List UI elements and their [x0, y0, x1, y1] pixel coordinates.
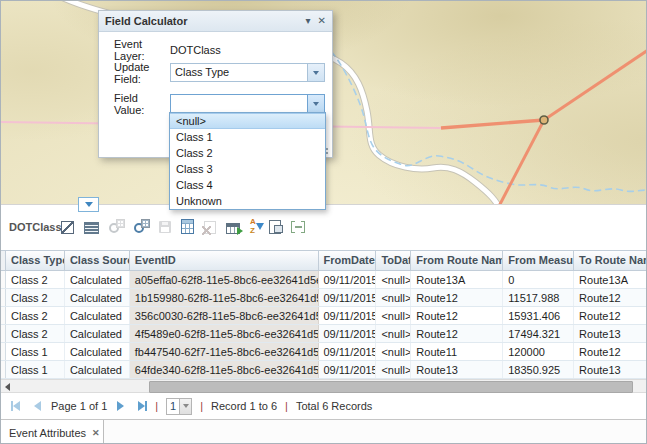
record-range-label: Record 1 to 6: [211, 400, 277, 412]
separator: |: [285, 400, 288, 412]
route-line-east: [544, 50, 647, 120]
save-edits-icon: [159, 221, 171, 233]
table-cell: 09/11/2015: [319, 307, 377, 324]
table-cell: 09/11/2015: [319, 325, 377, 342]
field-value-current: [171, 95, 307, 112]
route-line-south: [498, 120, 544, 204]
update-field-combobox[interactable]: Class Type: [170, 63, 325, 82]
sort-a-glyph: A: [250, 218, 256, 226]
table-cell: fb447540-62f7-11e5-8bc6-ee32641d5ec9: [130, 343, 319, 360]
dialog-title: Field Calculator: [105, 15, 299, 27]
table-row[interactable]: Class 1Calculated64fde340-62f8-11e5-8bc6…: [1, 361, 647, 379]
update-field-dropdown-button[interactable]: [307, 64, 324, 81]
dropdown-option[interactable]: Class 1: [170, 129, 325, 145]
table-cell: 09/11/2015: [319, 271, 377, 288]
page-number-dropdown-button[interactable]: [179, 399, 191, 414]
field-value-dropdown: <null>Class 1Class 2Class 3Class 4Unknow…: [169, 112, 326, 210]
table-cell: 09/11/2015: [319, 361, 377, 378]
column-header-to-route-name[interactable]: To Route Name: [574, 251, 647, 270]
table-cell: Calculated: [65, 289, 130, 306]
column-header-class-source[interactable]: Class Source: [65, 251, 130, 270]
table-row[interactable]: Class 2Calculated4f5489e0-62f8-11e5-8bc6…: [1, 325, 647, 343]
table-cell: <null>: [376, 325, 411, 342]
center-on-selection-icon[interactable]: [291, 219, 306, 234]
table-cell: Class 2: [6, 325, 65, 342]
dialog-titlebar[interactable]: Field Calculator ▾ ✕: [99, 11, 332, 32]
scrollbar-thumb[interactable]: [149, 381, 633, 393]
field-calculator-icon[interactable]: [181, 219, 194, 234]
table-cell: 09/11/2015: [319, 343, 377, 360]
table-cell: Class 2: [6, 271, 65, 288]
dropdown-option[interactable]: Class 2: [170, 145, 325, 161]
first-page-button[interactable]: [11, 401, 20, 411]
table-cell: 64fde340-62f8-11e5-8bc6-ee32641d5ec9: [130, 361, 319, 378]
table-cell: 15931.406: [503, 307, 574, 324]
total-records-label: Total 6 Records: [296, 400, 372, 412]
route-junction-marker[interactable]: [540, 116, 548, 124]
column-header-fromdate[interactable]: FromDate: [319, 251, 377, 270]
table-cell: Class 1: [6, 343, 65, 360]
table-cell: a05effa0-62f8-11e5-8bc6-ee32641d5ec9: [130, 271, 319, 288]
show-selected-records-icon[interactable]: [84, 222, 99, 234]
chevron-down-icon: [183, 404, 189, 408]
horizontal-scrollbar[interactable]: [1, 379, 647, 393]
page-number-combobox[interactable]: 1: [166, 398, 192, 415]
table-cell: Class 1: [6, 361, 65, 378]
tab-event-attributes[interactable]: Event Attributes ✕: [1, 420, 104, 444]
table-cell: 1b159980-62f8-11e5-8bc6-ee32641d5ec9: [130, 289, 319, 306]
last-page-button[interactable]: [138, 401, 147, 411]
dropdown-option[interactable]: Class 4: [170, 177, 325, 193]
field-value-dropdown-button[interactable]: [307, 95, 324, 112]
bottom-tabbar: Event Attributes ✕: [1, 419, 647, 444]
separator: |: [200, 400, 203, 412]
table-row[interactable]: Class 2Calculated356c0030-62f8-11e5-8bc6…: [1, 307, 647, 325]
table-row[interactable]: Class 2Calculated1b159980-62f8-11e5-8bc6…: [1, 289, 647, 307]
table-cell: Class 2: [6, 289, 65, 306]
column-header-todate[interactable]: ToDate: [376, 251, 411, 270]
column-header-class-type[interactable]: Class Type: [6, 251, 65, 270]
column-header-from-measure[interactable]: From Measure: [503, 251, 574, 270]
table-cell: 09/11/2015: [319, 289, 377, 306]
update-field-label: Update Field:: [114, 61, 170, 85]
scroll-left-arrow-icon[interactable]: [5, 383, 10, 391]
table-cell: 18350.925: [503, 361, 574, 378]
table-cell: Route13A: [411, 271, 503, 288]
table-row[interactable]: Class 2Calculateda05effa0-62f8-11e5-8bc6…: [1, 271, 647, 289]
next-page-button[interactable]: [117, 401, 124, 411]
add-records-icon[interactable]: [226, 223, 240, 234]
collapse-panel-button[interactable]: [78, 197, 99, 212]
update-field-value: Class Type: [171, 64, 307, 81]
table-cell: Route12: [411, 325, 503, 342]
route-line-west: [441, 120, 544, 128]
table-cell: 11517.988: [503, 289, 574, 306]
table-cell: Route13A: [574, 271, 647, 288]
resize-grip[interactable]: [326, 152, 328, 154]
table-cell: Route13: [574, 325, 647, 342]
dropdown-option[interactable]: <null>: [170, 113, 325, 129]
table-cell: <null>: [376, 271, 411, 288]
sort-records-icon[interactable]: AZ: [250, 219, 259, 234]
dropdown-option[interactable]: Class 3: [170, 161, 325, 177]
previous-page-button[interactable]: [34, 401, 41, 411]
attribute-transfer-icon[interactable]: [269, 220, 281, 234]
table-cell: 0: [503, 271, 574, 288]
zoom-to-records-icon[interactable]: [134, 219, 149, 234]
column-header-eventid[interactable]: EventID: [130, 251, 319, 270]
select-records-icon[interactable]: [61, 221, 74, 234]
close-icon[interactable]: ✕: [318, 16, 326, 26]
table-cell: Calculated: [65, 361, 130, 378]
table-header: Class TypeClass SourceEventIDFromDateToD…: [1, 250, 647, 271]
table-cell: <null>: [376, 307, 411, 324]
dropdown-option[interactable]: Unknown: [170, 193, 325, 209]
pagination-bar: Page 1 of 1 | 1 | Record 1 to 6 | Total …: [1, 393, 647, 419]
field-value-combobox[interactable]: [170, 94, 325, 113]
table-cell: Route12: [574, 289, 647, 306]
chevron-down-icon[interactable]: ▾: [306, 16, 311, 26]
table-cell: Route12: [411, 307, 503, 324]
table-row[interactable]: Class 1Calculatedfb447540-62f7-11e5-8bc6…: [1, 343, 647, 361]
toolbar-icons: AZ: [61, 219, 316, 234]
page-count-label: Page 1 of 1: [51, 400, 107, 412]
close-icon[interactable]: ✕: [92, 428, 100, 438]
column-header-from-route-name[interactable]: From Route Name: [411, 251, 503, 270]
table-cell: <null>: [376, 289, 411, 306]
